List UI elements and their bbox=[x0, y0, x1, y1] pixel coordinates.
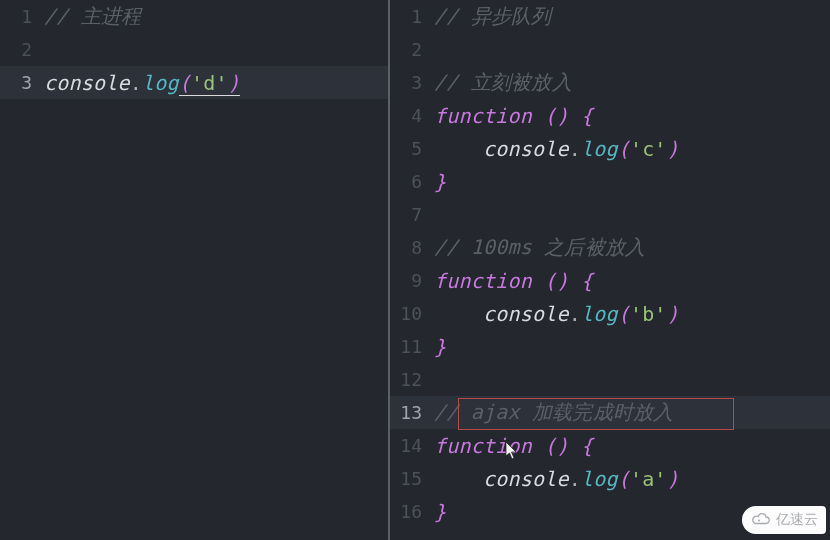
cloud-icon bbox=[750, 508, 772, 532]
right-line[interactable]: 1// 异步队列 bbox=[390, 0, 830, 33]
right-line[interactable]: 7 bbox=[390, 198, 830, 231]
code-content[interactable]: console.log('a') bbox=[434, 467, 679, 491]
code-content[interactable]: // 立刻被放入 bbox=[434, 69, 572, 96]
right-line[interactable]: 12 bbox=[390, 363, 830, 396]
right-line[interactable]: 9function () { bbox=[390, 264, 830, 297]
line-number: 8 bbox=[390, 237, 434, 258]
left-line[interactable]: 1// 主进程 bbox=[0, 0, 388, 33]
line-number: 12 bbox=[390, 369, 434, 390]
right-line[interactable]: 4function () { bbox=[390, 99, 830, 132]
right-line[interactable]: 11} bbox=[390, 330, 830, 363]
code-content[interactable]: console.log('d') bbox=[44, 71, 240, 95]
code-content[interactable]: console.log('b') bbox=[434, 302, 679, 326]
line-number: 5 bbox=[390, 138, 434, 159]
line-number: 1 bbox=[0, 6, 44, 27]
line-number: 3 bbox=[390, 72, 434, 93]
code-content[interactable]: // 100ms 之后被放入 bbox=[434, 234, 645, 261]
code-content[interactable]: function () { bbox=[434, 434, 593, 458]
code-content[interactable]: } bbox=[434, 335, 446, 359]
watermark-text: 亿速云 bbox=[776, 511, 818, 529]
code-content[interactable]: function () { bbox=[434, 269, 593, 293]
code-content[interactable]: // 主进程 bbox=[44, 3, 141, 30]
right-line[interactable]: 6} bbox=[390, 165, 830, 198]
right-line[interactable]: 13// ajax 加载完成时放入 bbox=[390, 396, 830, 429]
editor-pane-left[interactable]: 1// 主进程23console.log('d') bbox=[0, 0, 390, 540]
left-line[interactable]: 2 bbox=[0, 33, 388, 66]
right-line[interactable]: 8// 100ms 之后被放入 bbox=[390, 231, 830, 264]
code-content[interactable]: function () { bbox=[434, 104, 593, 128]
line-number: 2 bbox=[0, 39, 44, 60]
code-content[interactable]: } bbox=[434, 500, 446, 524]
line-number: 16 bbox=[390, 501, 434, 522]
line-number: 11 bbox=[390, 336, 434, 357]
code-content[interactable]: // ajax 加载完成时放入 bbox=[434, 399, 673, 426]
right-line[interactable]: 14function () { bbox=[390, 429, 830, 462]
line-number: 3 bbox=[0, 72, 44, 93]
right-line[interactable]: 5 console.log('c') bbox=[390, 132, 830, 165]
right-line[interactable]: 15 console.log('a') bbox=[390, 462, 830, 495]
line-number: 15 bbox=[390, 468, 434, 489]
code-content[interactable]: // 异步队列 bbox=[434, 3, 552, 30]
code-content[interactable]: } bbox=[434, 170, 446, 194]
watermark: 亿速云 bbox=[742, 506, 826, 534]
line-number: 14 bbox=[390, 435, 434, 456]
right-line[interactable]: 3// 立刻被放入 bbox=[390, 66, 830, 99]
line-number: 6 bbox=[390, 171, 434, 192]
code-content[interactable]: console.log('c') bbox=[434, 137, 679, 161]
editor-pane-right[interactable]: 1// 异步队列23// 立刻被放入4function () {5 consol… bbox=[390, 0, 830, 540]
line-number: 2 bbox=[390, 39, 434, 60]
right-line[interactable]: 10 console.log('b') bbox=[390, 297, 830, 330]
line-number: 1 bbox=[390, 6, 434, 27]
line-number: 10 bbox=[390, 303, 434, 324]
line-number: 13 bbox=[390, 402, 434, 423]
line-number: 7 bbox=[390, 204, 434, 225]
line-number: 9 bbox=[390, 270, 434, 291]
svg-point-0 bbox=[758, 520, 760, 522]
right-line[interactable]: 2 bbox=[390, 33, 830, 66]
left-line[interactable]: 3console.log('d') bbox=[0, 66, 388, 99]
editor-split: 1// 主进程23console.log('d') 1// 异步队列23// 立… bbox=[0, 0, 830, 540]
line-number: 4 bbox=[390, 105, 434, 126]
